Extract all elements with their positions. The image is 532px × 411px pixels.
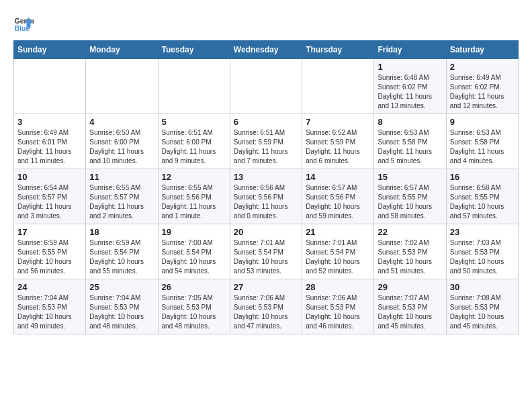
day-info: Sunrise: 7:04 AM Sunset: 5:53 PM Dayligh… bbox=[17, 293, 82, 331]
day-info: Sunrise: 6:54 AM Sunset: 5:57 PM Dayligh… bbox=[17, 183, 82, 221]
day-number: 8 bbox=[378, 117, 442, 127]
calendar-cell: 29Sunrise: 7:07 AM Sunset: 5:53 PM Dayli… bbox=[374, 279, 446, 334]
calendar-cell bbox=[86, 59, 158, 114]
day-info: Sunrise: 6:53 AM Sunset: 5:58 PM Dayligh… bbox=[450, 128, 515, 166]
calendar-cell bbox=[14, 59, 86, 114]
calendar-week-row: 24Sunrise: 7:04 AM Sunset: 5:53 PM Dayli… bbox=[14, 279, 519, 334]
calendar-cell: 2Sunrise: 6:49 AM Sunset: 6:02 PM Daylig… bbox=[446, 59, 518, 114]
calendar-cell: 11Sunrise: 6:55 AM Sunset: 5:57 PM Dayli… bbox=[86, 169, 158, 224]
calendar-cell: 12Sunrise: 6:55 AM Sunset: 5:56 PM Dayli… bbox=[158, 169, 230, 224]
day-info: Sunrise: 7:08 AM Sunset: 5:53 PM Dayligh… bbox=[450, 293, 515, 331]
day-info: Sunrise: 7:06 AM Sunset: 5:53 PM Dayligh… bbox=[234, 293, 298, 331]
weekday-header: Saturday bbox=[446, 41, 518, 59]
calendar-cell: 6Sunrise: 6:51 AM Sunset: 5:59 PM Daylig… bbox=[230, 114, 302, 169]
weekday-header: Tuesday bbox=[158, 41, 230, 59]
day-number: 29 bbox=[378, 282, 442, 292]
day-number: 1 bbox=[378, 62, 442, 72]
day-info: Sunrise: 6:57 AM Sunset: 5:56 PM Dayligh… bbox=[306, 183, 370, 221]
day-number: 26 bbox=[162, 282, 226, 292]
day-number: 11 bbox=[89, 172, 154, 182]
day-info: Sunrise: 7:00 AM Sunset: 5:54 PM Dayligh… bbox=[162, 238, 226, 276]
weekday-header: Friday bbox=[374, 41, 446, 59]
day-number: 14 bbox=[306, 172, 370, 182]
day-number: 25 bbox=[89, 282, 154, 292]
day-info: Sunrise: 7:01 AM Sunset: 5:54 PM Dayligh… bbox=[234, 238, 298, 276]
day-number: 24 bbox=[17, 282, 82, 292]
weekday-header: Wednesday bbox=[230, 41, 302, 59]
calendar-cell: 19Sunrise: 7:00 AM Sunset: 5:54 PM Dayli… bbox=[158, 224, 230, 279]
calendar-cell: 5Sunrise: 6:51 AM Sunset: 6:00 PM Daylig… bbox=[158, 114, 230, 169]
calendar-cell: 13Sunrise: 6:56 AM Sunset: 5:56 PM Dayli… bbox=[230, 169, 302, 224]
calendar-cell bbox=[158, 59, 230, 114]
day-number: 6 bbox=[234, 117, 298, 127]
day-info: Sunrise: 6:51 AM Sunset: 6:00 PM Dayligh… bbox=[162, 128, 226, 166]
day-info: Sunrise: 7:04 AM Sunset: 5:53 PM Dayligh… bbox=[89, 293, 154, 331]
calendar-cell: 20Sunrise: 7:01 AM Sunset: 5:54 PM Dayli… bbox=[230, 224, 302, 279]
calendar-cell: 24Sunrise: 7:04 AM Sunset: 5:53 PM Dayli… bbox=[14, 279, 86, 334]
day-info: Sunrise: 7:02 AM Sunset: 5:53 PM Dayligh… bbox=[378, 238, 442, 276]
calendar-cell: 1Sunrise: 6:48 AM Sunset: 6:02 PM Daylig… bbox=[374, 59, 446, 114]
day-number: 2 bbox=[450, 62, 515, 72]
day-info: Sunrise: 7:05 AM Sunset: 5:53 PM Dayligh… bbox=[162, 293, 226, 331]
day-info: Sunrise: 6:49 AM Sunset: 6:01 PM Dayligh… bbox=[17, 128, 82, 166]
day-number: 9 bbox=[450, 117, 515, 127]
calendar-cell: 25Sunrise: 7:04 AM Sunset: 5:53 PM Dayli… bbox=[86, 279, 158, 334]
calendar-cell: 9Sunrise: 6:53 AM Sunset: 5:58 PM Daylig… bbox=[446, 114, 518, 169]
day-info: Sunrise: 6:58 AM Sunset: 5:55 PM Dayligh… bbox=[450, 183, 515, 221]
day-info: Sunrise: 6:57 AM Sunset: 5:55 PM Dayligh… bbox=[378, 183, 442, 221]
day-number: 22 bbox=[378, 227, 442, 237]
day-number: 3 bbox=[17, 117, 82, 127]
calendar-week-row: 10Sunrise: 6:54 AM Sunset: 5:57 PM Dayli… bbox=[14, 169, 519, 224]
day-number: 5 bbox=[162, 117, 226, 127]
day-info: Sunrise: 7:03 AM Sunset: 5:53 PM Dayligh… bbox=[450, 238, 515, 276]
day-info: Sunrise: 6:50 AM Sunset: 6:00 PM Dayligh… bbox=[89, 128, 154, 166]
day-info: Sunrise: 6:49 AM Sunset: 6:02 PM Dayligh… bbox=[450, 73, 515, 111]
calendar-cell: 27Sunrise: 7:06 AM Sunset: 5:53 PM Dayli… bbox=[230, 279, 302, 334]
day-number: 4 bbox=[89, 117, 154, 127]
day-number: 7 bbox=[306, 117, 370, 127]
calendar-cell: 21Sunrise: 7:01 AM Sunset: 5:54 PM Dayli… bbox=[302, 224, 374, 279]
weekday-header: Sunday bbox=[14, 41, 86, 59]
day-info: Sunrise: 6:55 AM Sunset: 5:56 PM Dayligh… bbox=[162, 183, 226, 221]
weekday-header: Thursday bbox=[302, 41, 374, 59]
day-info: Sunrise: 7:07 AM Sunset: 5:53 PM Dayligh… bbox=[378, 293, 442, 331]
day-info: Sunrise: 7:06 AM Sunset: 5:53 PM Dayligh… bbox=[306, 293, 370, 331]
day-info: Sunrise: 6:59 AM Sunset: 5:55 PM Dayligh… bbox=[17, 238, 82, 276]
day-info: Sunrise: 6:52 AM Sunset: 5:59 PM Dayligh… bbox=[306, 128, 370, 166]
calendar-cell bbox=[230, 59, 302, 114]
calendar-cell: 10Sunrise: 6:54 AM Sunset: 5:57 PM Dayli… bbox=[14, 169, 86, 224]
logo-icon: General Blue bbox=[13, 13, 34, 34]
day-number: 10 bbox=[17, 172, 82, 182]
calendar-cell: 28Sunrise: 7:06 AM Sunset: 5:53 PM Dayli… bbox=[302, 279, 374, 334]
calendar-header-row: SundayMondayTuesdayWednesdayThursdayFrid… bbox=[14, 41, 519, 59]
calendar-cell: 8Sunrise: 6:53 AM Sunset: 5:58 PM Daylig… bbox=[374, 114, 446, 169]
calendar-table: SundayMondayTuesdayWednesdayThursdayFrid… bbox=[13, 40, 519, 334]
day-number: 18 bbox=[89, 227, 154, 237]
calendar-cell: 16Sunrise: 6:58 AM Sunset: 5:55 PM Dayli… bbox=[446, 169, 518, 224]
day-number: 27 bbox=[234, 282, 298, 292]
calendar-week-row: 17Sunrise: 6:59 AM Sunset: 5:55 PM Dayli… bbox=[14, 224, 519, 279]
page-header: General Blue bbox=[13, 13, 519, 34]
calendar-cell: 3Sunrise: 6:49 AM Sunset: 6:01 PM Daylig… bbox=[14, 114, 86, 169]
calendar-cell: 30Sunrise: 7:08 AM Sunset: 5:53 PM Dayli… bbox=[446, 279, 518, 334]
calendar-cell: 22Sunrise: 7:02 AM Sunset: 5:53 PM Dayli… bbox=[374, 224, 446, 279]
day-info: Sunrise: 6:53 AM Sunset: 5:58 PM Dayligh… bbox=[378, 128, 442, 166]
day-number: 19 bbox=[162, 227, 226, 237]
calendar-cell: 15Sunrise: 6:57 AM Sunset: 5:55 PM Dayli… bbox=[374, 169, 446, 224]
calendar-cell: 23Sunrise: 7:03 AM Sunset: 5:53 PM Dayli… bbox=[446, 224, 518, 279]
calendar-cell bbox=[302, 59, 374, 114]
calendar-cell: 4Sunrise: 6:50 AM Sunset: 6:00 PM Daylig… bbox=[86, 114, 158, 169]
calendar-week-row: 3Sunrise: 6:49 AM Sunset: 6:01 PM Daylig… bbox=[14, 114, 519, 169]
day-number: 16 bbox=[450, 172, 515, 182]
day-number: 20 bbox=[234, 227, 298, 237]
day-info: Sunrise: 6:51 AM Sunset: 5:59 PM Dayligh… bbox=[234, 128, 298, 166]
calendar-cell: 7Sunrise: 6:52 AM Sunset: 5:59 PM Daylig… bbox=[302, 114, 374, 169]
day-info: Sunrise: 6:55 AM Sunset: 5:57 PM Dayligh… bbox=[89, 183, 154, 221]
calendar-week-row: 1Sunrise: 6:48 AM Sunset: 6:02 PM Daylig… bbox=[14, 59, 519, 114]
day-info: Sunrise: 6:56 AM Sunset: 5:56 PM Dayligh… bbox=[234, 183, 298, 221]
day-number: 13 bbox=[234, 172, 298, 182]
weekday-header: Monday bbox=[86, 41, 158, 59]
day-number: 17 bbox=[17, 227, 82, 237]
calendar-cell: 26Sunrise: 7:05 AM Sunset: 5:53 PM Dayli… bbox=[158, 279, 230, 334]
calendar-cell: 18Sunrise: 6:59 AM Sunset: 5:54 PM Dayli… bbox=[86, 224, 158, 279]
